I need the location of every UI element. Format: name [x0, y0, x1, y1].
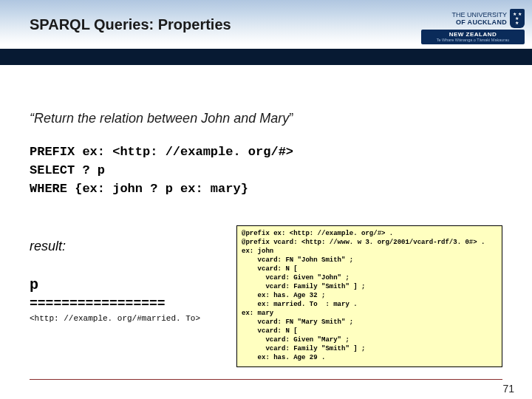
logo-top-row: THE UNIVERSITY OF AUCKLAND ★ ★★★ [421, 9, 525, 28]
rdf-data-box: @prefix ex: <http: //example. org/#> . @… [236, 225, 502, 367]
university-logo: THE UNIVERSITY OF AUCKLAND ★ ★★★ NEW ZEA… [421, 9, 525, 44]
result-column-header: p [30, 276, 222, 293]
logo-line1: THE UNIVERSITY [451, 11, 507, 18]
result-column: result: p ================= <http: //exa… [30, 225, 222, 367]
result-row: <http: //example. org/#married. To> [30, 314, 222, 323]
result-label: result: [30, 239, 222, 254]
query-line-3: WHERE {ex: john ? p ex: mary} [30, 180, 502, 198]
logo-wordmark: THE UNIVERSITY OF AUCKLAND [451, 11, 507, 26]
logo-nz: NEW ZEALAND [449, 31, 497, 38]
logo-badge: NEW ZEALAND Te Whare Wānanga o Tāmaki Ma… [421, 30, 525, 44]
footer-rule [30, 379, 502, 380]
logo-maori: Te Whare Wānanga o Tāmaki Makaurau [437, 38, 510, 43]
close-quote: ” [289, 111, 293, 126]
quote-text: Return the relation between John and Mar… [34, 111, 289, 126]
query-line-1: PREFIX ex: <http: //example. org/#> [30, 143, 502, 161]
slide-title: SPARQL Queries: Properties [30, 16, 231, 33]
query-description: “Return the relation between John and Ma… [30, 111, 502, 126]
sparql-query: PREFIX ex: <http: //example. org/#> SELE… [30, 143, 502, 198]
query-line-2: SELECT ? p [30, 161, 502, 180]
header-dark-rule [0, 49, 532, 65]
slide: SPARQL Queries: Properties THE UNIVERSIT… [0, 0, 532, 399]
body: “Return the relation between John and Ma… [30, 111, 502, 198]
result-divider: ================= [30, 296, 222, 311]
page-number: 71 [502, 383, 514, 395]
lower-columns: result: p ================= <http: //exa… [30, 225, 502, 367]
crest-icon: ★ ★★★ [510, 9, 525, 28]
logo-line2: OF AUCKLAND [451, 18, 507, 26]
